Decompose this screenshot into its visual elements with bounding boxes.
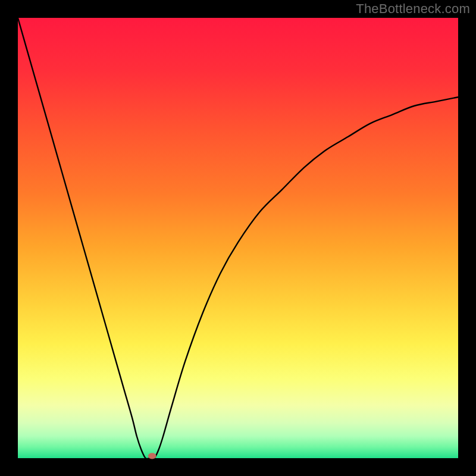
bottleneck-chart [0, 0, 476, 476]
plot-background [18, 18, 458, 458]
optimum-marker [148, 453, 156, 459]
chart-frame: TheBottleneck.com [0, 0, 476, 476]
watermark-text: TheBottleneck.com [356, 1, 470, 17]
